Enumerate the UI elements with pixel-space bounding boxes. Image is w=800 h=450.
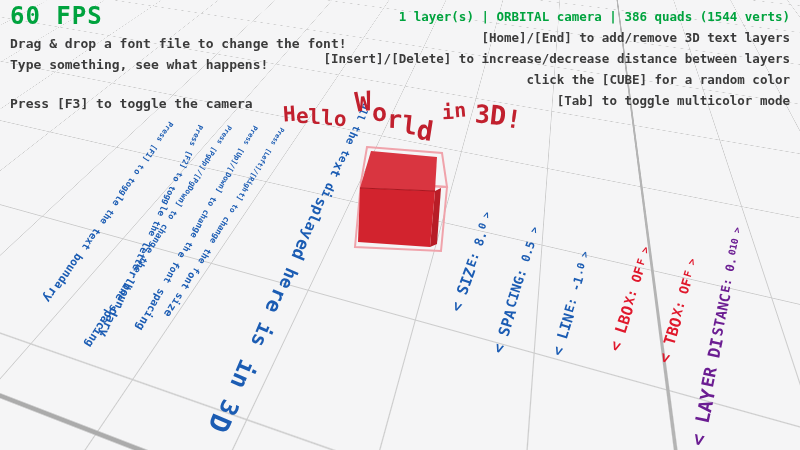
hint-layer-distance: [Insert]/[Delete] to increase/decrease d… (323, 48, 790, 69)
cube-face-front (358, 188, 435, 247)
status-line: 1 layer(s) | ORBITAL camera | 386 quads … (323, 6, 790, 27)
hint-type: Type something, see what happens! (10, 54, 347, 75)
spacer (10, 75, 347, 93)
hud-right: 1 layer(s) | ORBITAL camera | 386 quads … (323, 6, 790, 111)
app-window: { "hud": { "fps": "60 FPS", "left_lines"… (0, 0, 800, 450)
cube[interactable] (330, 135, 470, 265)
hint-layers: [Home]/[End] to add/remove 3D text layer… (323, 27, 790, 48)
cube-face-top (360, 151, 437, 191)
fps-counter: 60 FPS (10, 6, 347, 27)
hud-left: 60 FPS Drag & drop a font file to change… (10, 6, 347, 114)
hint-drag-drop: Drag & drop a font file to change the fo… (10, 33, 347, 54)
hint-multicolor: [Tab] to toggle multicolor mode (323, 90, 790, 111)
hint-cube-color: click the [CUBE] for a random color (323, 69, 790, 90)
hint-camera-toggle: Press [F3] to toggle the camera (10, 93, 347, 114)
